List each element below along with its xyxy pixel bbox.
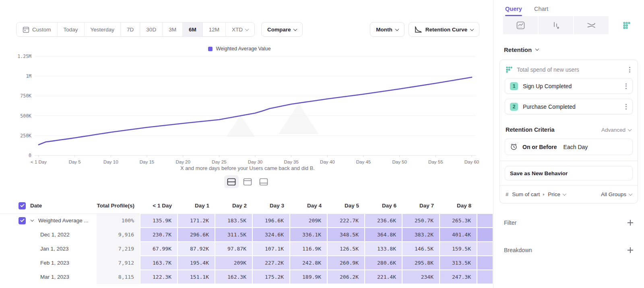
retention-value-cell[interactable]: 87.92K [178, 242, 215, 256]
add-filter-button[interactable] [627, 220, 634, 226]
retention-value-cell[interactable]: 234K [402, 270, 440, 284]
condition-value: Each Day [564, 144, 588, 150]
report-type-dropdown[interactable]: Retention [493, 34, 644, 53]
retention-value-cell[interactable]: 175.2K [252, 270, 290, 284]
retention-value-cell[interactable]: 324.6K [252, 228, 290, 242]
funnel-bars-icon[interactable] [539, 16, 574, 34]
column-header: < 1 Day [140, 198, 178, 213]
retention-value-cell[interactable]: 265.3K [440, 213, 477, 228]
chart-type-button[interactable]: Retention Curve [409, 22, 479, 37]
add-breakdown-button[interactable] [627, 247, 634, 253]
event-name: Sign Up Completed [523, 83, 619, 89]
retention-value-cell[interactable]: 236.6K [365, 213, 402, 228]
step-number-badge: 1 [510, 82, 518, 90]
retention-value-cell[interactable]: 209K [215, 256, 252, 270]
retention-value-cell[interactable]: 296.6K [178, 228, 215, 242]
legend-label: Weighted Average Value [216, 46, 270, 52]
criteria-condition-row[interactable]: On or Before Each Day [505, 139, 633, 155]
table-row: Jan 1, 20237,21967.99K87.92K97.87K107.1K… [0, 242, 493, 256]
measurement-dropdown[interactable]: Sum of cart Price [512, 191, 597, 197]
toolbar-right-group: Month Retention Curve [370, 22, 479, 37]
retention-value-cell[interactable]: 135.9K [140, 213, 178, 228]
range-button-xtd[interactable]: XTD [226, 23, 254, 36]
layout-toggle-group [0, 175, 495, 188]
retention-value-cell[interactable]: 163.7K [140, 256, 178, 270]
range-button-12m[interactable]: 12M [203, 23, 226, 36]
section-breakdown: Breakdown [493, 242, 644, 258]
retention-value-cell[interactable]: 189.9K [290, 270, 327, 284]
retention-value-cell[interactable]: 122.3K [140, 270, 178, 284]
retention-dots-icon[interactable] [609, 16, 644, 34]
flows-icon[interactable] [574, 16, 609, 34]
section-label: Filter [504, 220, 627, 226]
retention-value-cell[interactable]: 348.5K [327, 228, 365, 242]
retention-value-cell[interactable]: 280.6K [365, 256, 402, 270]
range-button-today[interactable]: Today [58, 23, 85, 36]
layout-table-only-toggle[interactable] [256, 175, 271, 188]
criteria-mode-dropdown[interactable]: Advanced [601, 127, 631, 133]
retention-value-cell[interactable]: 183.5K [215, 213, 252, 228]
retention-value-cell[interactable]: 383.2K [402, 228, 440, 242]
retention-value-cell[interactable]: 311.5K [215, 228, 252, 242]
tab-query[interactable]: Query [505, 6, 522, 16]
svg-text:Day 15: Day 15 [140, 160, 154, 164]
compare-button[interactable]: Compare [261, 22, 303, 37]
select-all-checkbox[interactable] [19, 202, 26, 209]
event-step-sign-up-completed[interactable]: 1Sign Up Completed [505, 78, 633, 94]
range-button-3m[interactable]: 3M [163, 23, 183, 36]
range-button-30d[interactable]: 30D [140, 23, 163, 36]
column-header: Day 7 [402, 198, 440, 213]
layout-split-toggle[interactable] [224, 175, 239, 188]
kebab-menu-icon[interactable] [627, 65, 632, 74]
retention-value-cell[interactable]: 67.99K [140, 242, 178, 256]
retention-value-cell[interactable]: 222.7K [327, 213, 365, 228]
column-header: Day 8 [440, 198, 477, 213]
row-label-cell: Dec 1, 2022 [0, 228, 97, 242]
retention-value-cell[interactable]: 206.2K [327, 270, 365, 284]
tab-chart[interactable]: Chart [534, 6, 548, 16]
retention-value-cell[interactable]: 295.8K [402, 256, 440, 270]
retention-value-cell[interactable]: 313.5K [440, 256, 477, 270]
retention-line-chart[interactable]: 1.25M1M750K500K250K0< 1 DayDay 5Day 10Da… [12, 52, 479, 170]
save-as-new-behavior-button[interactable]: Save as New Behavior [505, 166, 633, 180]
range-button-custom[interactable]: Custom [17, 23, 58, 36]
layout-chart-only-toggle[interactable] [240, 175, 255, 188]
row-checkbox[interactable] [19, 217, 26, 224]
retention-value-cell[interactable]: 242.8K [290, 256, 327, 270]
retention-value-cell[interactable]: 126.5K [327, 242, 365, 256]
kebab-menu-icon[interactable] [624, 102, 628, 111]
insights-chart-icon[interactable] [503, 16, 539, 34]
retention-value-cell[interactable]: 260.9K [327, 256, 365, 270]
retention-value-cell[interactable]: 196.6K [252, 213, 290, 228]
retention-value-cell[interactable]: 247.3K [440, 270, 477, 284]
retention-value-cell[interactable]: 97.87K [215, 242, 252, 256]
retention-value-cell[interactable]: 227.2K [252, 256, 290, 270]
event-step-purchase-completed[interactable]: 2Purchase Completed [505, 99, 633, 114]
retention-value-cell[interactable]: 250.7K [402, 213, 440, 228]
retention-value-cell[interactable]: 151.1K [178, 270, 215, 284]
chart-legend[interactable]: Weighted Average Value [0, 46, 479, 52]
retention-value-cell[interactable]: 401.4K [440, 228, 477, 242]
chevron-down-icon [245, 27, 249, 31]
granularity-button[interactable]: Month [370, 22, 404, 37]
retention-value-cell[interactable]: 107.1K [252, 242, 290, 256]
retention-value-cell[interactable]: 162.3K [215, 270, 252, 284]
kebab-menu-icon[interactable] [624, 82, 628, 91]
groups-dropdown[interactable]: All Groups [601, 191, 632, 197]
retention-value-cell[interactable]: 146.5K [402, 242, 440, 256]
retention-value-cell[interactable]: 221.4K [365, 270, 402, 284]
range-button-6m[interactable]: 6M [183, 23, 203, 36]
retention-value-cell[interactable]: 230.7K [140, 228, 178, 242]
column-header-date: Date [0, 198, 97, 213]
retention-value-cell[interactable]: 116.9K [290, 242, 327, 256]
retention-value-cell[interactable]: 133.8K [365, 242, 402, 256]
retention-value-cell[interactable]: 209K [290, 213, 327, 228]
expand-chevron-icon[interactable] [31, 218, 34, 222]
retention-value-cell[interactable]: 364.8K [365, 228, 402, 242]
retention-value-cell[interactable]: 336.1K [290, 228, 327, 242]
retention-value-cell[interactable]: 195.4K [178, 256, 215, 270]
retention-value-cell[interactable]: 171.2K [178, 213, 215, 228]
retention-value-cell[interactable]: 159.5K [440, 242, 477, 256]
range-button-yesterday[interactable]: Yesterday [85, 23, 121, 36]
range-button-7d[interactable]: 7D [121, 23, 140, 36]
